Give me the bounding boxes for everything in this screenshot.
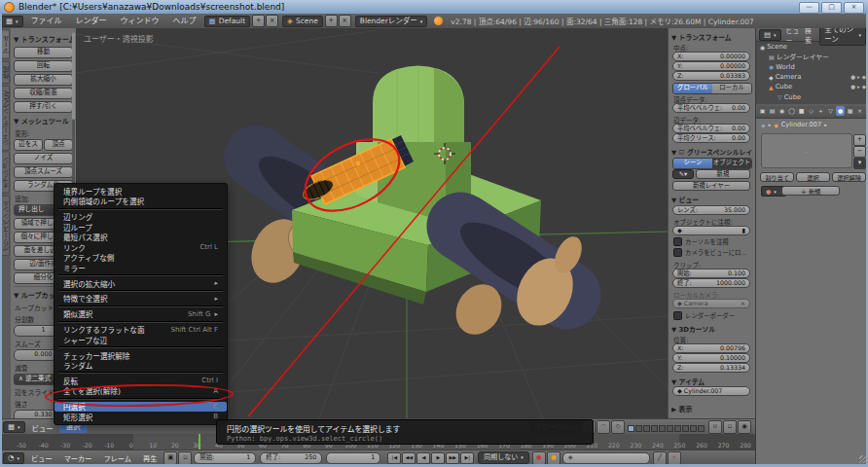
manipulator-scale-icon[interactable]: ◇ xyxy=(611,420,625,434)
current-frame-field[interactable]: 1 xyxy=(326,452,380,464)
outliner-search-menu[interactable]: 検索 xyxy=(805,28,814,45)
preview-range-icon[interactable]: ▫ xyxy=(178,451,192,465)
layer-button-7[interactable] xyxy=(674,425,681,432)
start-frame-field[interactable]: 開始:1 xyxy=(194,452,256,464)
outliner-view-menu[interactable]: ビュー xyxy=(786,28,801,45)
visibility-toggles[interactable]: ●▸◆ xyxy=(850,84,868,90)
properties-tab-material[interactable]: ● xyxy=(836,106,845,116)
layer-button-2[interactable] xyxy=(635,425,642,432)
render-engine-selector[interactable]: Blenderレンダー▾ xyxy=(355,16,428,27)
outliner-display-mode[interactable]: 全てのシーン▾ xyxy=(819,28,866,46)
tool-button-頂点[interactable]: 頂点 xyxy=(44,139,73,151)
close-button[interactable]: × xyxy=(844,2,864,14)
timeline-menu-再生[interactable]: 再生 xyxy=(137,453,163,463)
record-icon[interactable]: ● xyxy=(532,451,546,465)
delete-scene-button[interactable]: × xyxy=(339,15,351,27)
view3d-editor-icon[interactable]: ▦▾ xyxy=(3,421,25,433)
toolshelf-scrollbar[interactable] xyxy=(72,32,75,198)
scene-selector[interactable]: ◈Scene xyxy=(282,16,323,27)
render-toggle-icon[interactable]: ◆ xyxy=(862,84,866,90)
select-button[interactable]: 選択 xyxy=(796,172,830,182)
toggle-option-ローカル[interactable]: ローカル xyxy=(712,84,751,93)
field-開始:[interactable]: 開始:0.100 xyxy=(672,269,750,278)
delete-key-icon[interactable]: × xyxy=(668,451,681,465)
toggle-シーン-オブジェクト[interactable]: シーンオブジェクト xyxy=(672,158,752,169)
properties-tab-object[interactable]: ■ xyxy=(797,106,806,116)
panel-header-表示[interactable]: ▶ 表示 xyxy=(671,404,753,413)
new-material-button[interactable]: ＋ 新規 xyxy=(781,186,840,196)
assign-button[interactable]: 割り当て xyxy=(760,172,794,182)
tool-button-回転[interactable]: 回転 xyxy=(14,60,73,72)
menu-item-内側領域のループを選択[interactable]: 内側領域のループを選択 xyxy=(54,197,227,207)
layer-button-5[interactable] xyxy=(659,425,666,432)
playback-jump-start-icon[interactable]: |◀ xyxy=(387,452,401,464)
insert-key-icon[interactable]: ╱ xyxy=(653,451,667,465)
outliner-row-レンダーレイヤー[interactable]: ▤レンダーレイヤー xyxy=(756,52,868,61)
layer-button-6[interactable] xyxy=(667,425,673,432)
material-slot-list[interactable]: ... xyxy=(761,133,852,168)
field-X:[interactable]: X:0.00000 xyxy=(672,52,750,61)
shelf-tab-2[interactable]: シェーディング/UV xyxy=(1,86,10,151)
shelf-tab-0[interactable]: ツール xyxy=(1,30,10,59)
layer-button-1[interactable] xyxy=(628,425,634,432)
properties-tab-constraints[interactable]: ◇ xyxy=(807,106,815,116)
properties-tab-physics[interactable]: × xyxy=(855,106,864,116)
current-frame-indicator[interactable] xyxy=(199,434,200,449)
title-bar[interactable]: Blender* [C:¥Users¥anazawa¥Downloads¥scr… xyxy=(0,0,868,14)
breadcrumb-object-name[interactable]: Cylinder.007 xyxy=(781,121,821,128)
editor-type-icon[interactable]: ▦▾ xyxy=(1,16,23,27)
properties-tab-object-data[interactable]: ▽ xyxy=(826,106,835,116)
autokey-mode-icon[interactable]: ● xyxy=(547,451,561,465)
field-◆ Camera[interactable]: ◆ Camera× xyxy=(672,299,750,308)
main-menu-ヘルプ[interactable]: ヘルプ xyxy=(166,15,203,28)
properties-tab-scene[interactable]: ◉ xyxy=(778,106,786,116)
remove-slot-button[interactable]: − xyxy=(853,146,866,158)
properties-tab-modifiers[interactable]: + xyxy=(816,106,825,116)
field-Z:[interactable]: Z:0.13334 xyxy=(672,363,750,373)
layer-button-3[interactable] xyxy=(643,425,650,432)
checkbox-カーソルを注視[interactable]: カーソルを注視 xyxy=(673,237,729,246)
menu-item-辺ループ[interactable]: 辺ループ xyxy=(54,222,227,233)
manipulator-rotate-icon[interactable]: ◠ xyxy=(597,420,610,434)
shelf-tab-1[interactable]: 作成 xyxy=(1,61,10,84)
tool-button-押す/引く[interactable]: 押す/引く xyxy=(14,101,73,113)
field-Z:[interactable]: Z:0.03383 xyxy=(672,71,750,81)
snap-mode-icon[interactable]: ▫ xyxy=(723,420,737,434)
menu-item-アクティブな側[interactable]: アクティブな側 xyxy=(54,252,227,263)
end-frame-field[interactable]: 終了:250 xyxy=(260,452,322,464)
toggle-グローバル-ローカル[interactable]: グローバルローカル xyxy=(672,83,752,94)
main-menu-ウィンドウ[interactable]: ウィンドウ xyxy=(114,15,166,28)
field-平均ベベルウェ:[interactable]: 平均ベベルウェ:0.00 xyxy=(672,124,750,133)
eye-icon[interactable]: ● xyxy=(850,74,855,80)
field-レンズ:[interactable]: レンズ:35.000 xyxy=(672,205,750,215)
main-menu-ファイル[interactable]: ファイル xyxy=(24,15,69,28)
checkbox-カメラをビューにロ...[interactable]: カメラをビューにロ... xyxy=(673,248,747,257)
toggle-option-シーン[interactable]: シーン xyxy=(673,159,712,168)
cursor-select-icon[interactable]: ▸ xyxy=(857,74,860,80)
field-Y:[interactable]: Y:0.10000 xyxy=(672,353,750,363)
tool-button-拡大縮小[interactable]: 拡大縮小 xyxy=(14,74,73,86)
playback-next-keyframe-icon[interactable]: ▶▶ xyxy=(446,452,459,464)
outliner-editor-icon[interactable]: ▤▾ xyxy=(759,29,781,41)
slot-specials-button[interactable]: ▾ xyxy=(853,158,866,169)
delete-layout-button[interactable]: × xyxy=(266,15,278,27)
outliner-row-World[interactable]: ◉World xyxy=(756,62,868,72)
minimize-button[interactable]: — xyxy=(799,2,819,14)
properties-tab-texture[interactable]: ▦ xyxy=(846,106,854,116)
maximize-button[interactable]: ▢ xyxy=(821,2,842,14)
menu-item-ランダム[interactable]: ランダム xyxy=(54,360,227,371)
panel-header-グリースペンシルレイ[interactable]: ▼ ☑ グリースペンシルレイ xyxy=(671,147,753,157)
tool-button-移動[interactable]: 移動 xyxy=(14,47,73,58)
tool-button-頂点スムーズ[interactable]: 頂点スムーズ xyxy=(14,166,73,178)
menu-item-リンク[interactable]: リンクCtrl L xyxy=(54,242,227,253)
layer-buttons[interactable] xyxy=(628,422,705,432)
menu-item-リンクするフラットな面[interactable]: リンクするフラットな面Shift Ctrl Alt F xyxy=(54,324,227,335)
layer-button-4[interactable] xyxy=(651,425,658,432)
keying-set-field[interactable]: ◆ xyxy=(562,452,650,464)
panel-header-meshtools[interactable]: ▼ メッシュツール xyxy=(14,116,73,126)
properties-tab-render-layers[interactable]: ▤ xyxy=(768,106,777,116)
panel-header-3Dカーソル[interactable]: ▼ 3Dカーソル xyxy=(671,324,753,334)
toggle-option-オブジェクト[interactable]: オブジェクト xyxy=(712,159,751,168)
field-◆ Cylinder.007[interactable]: ◆ Cylinder.007 xyxy=(672,386,750,396)
add-layout-button[interactable]: + xyxy=(252,15,265,27)
